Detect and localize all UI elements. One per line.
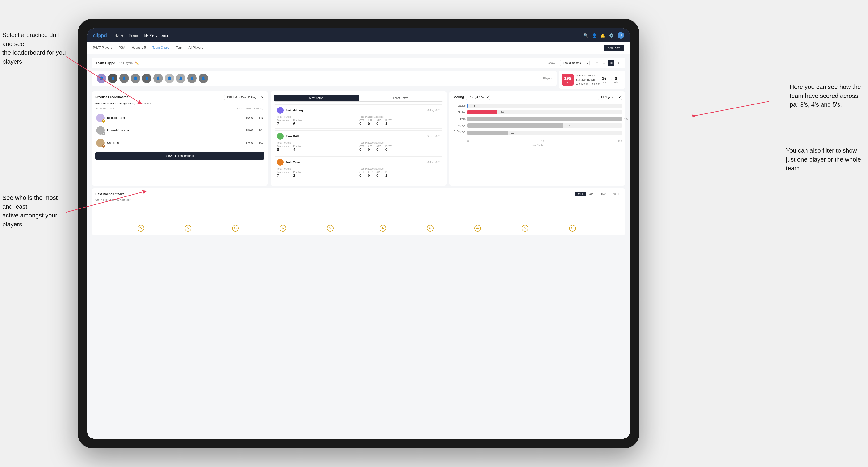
player-avatar-6[interactable]: 👤 — [153, 73, 163, 83]
sub-nav-pga[interactable]: PGA — [119, 46, 125, 50]
streak-circle-0: 7x — [137, 225, 144, 231]
activity-date-3: 26 Aug 2023 — [427, 161, 440, 163]
user-icon[interactable]: 👤 — [592, 33, 597, 38]
bar-row-dbogeys: D. Bogeys + 131 — [453, 130, 622, 135]
bar-row-birdies: Birdies 96 — [453, 110, 622, 115]
avatar[interactable]: U — [618, 32, 624, 39]
bar-fill-pars: 499 — [467, 117, 621, 121]
bar-label-pars: Pars — [453, 118, 466, 120]
list-view-icon[interactable]: ≡ — [615, 60, 621, 66]
shot-detail-panel: 198 SC Shot Dist: 16 yds Start Lie: Roug… — [559, 71, 625, 89]
ott-filter-btn[interactable]: OTT — [575, 192, 586, 196]
three-column-section: Practice Leaderboards PUTT Must Make Put… — [92, 91, 625, 186]
streak-point-5: 4x — [379, 225, 386, 231]
leaderboard-header: PLAYER NAME PB SCORE PB AVG SQ — [95, 107, 265, 110]
sub-nav-all-players[interactable]: All Players — [188, 46, 203, 50]
add-team-button[interactable]: Add Team — [604, 45, 624, 52]
card-view-icon[interactable]: ▦ — [608, 60, 614, 66]
search-icon[interactable]: 🔍 — [584, 33, 588, 38]
rank-avatar-1: 1 — [96, 114, 105, 122]
streaks-header: Best Round Streaks OTT APP ARG PUTT — [95, 192, 622, 196]
leaderboard-row-2[interactable]: 2 Edward Crossman 18/20 107 — [95, 124, 265, 137]
lb-avg-3: 103 — [255, 141, 264, 145]
bar-val-pars: 499 — [624, 118, 628, 120]
ott-col-1: OTT 0 — [360, 119, 364, 125]
app-logo: clippd — [93, 33, 107, 38]
practice-leaderboards-title: Practice Leaderboards — [95, 95, 128, 99]
arrow-icon: → — [609, 77, 612, 82]
streak-point-4: 5x — [327, 225, 334, 231]
activity-card-2: Rees Britt 02 Sep 2023 Total Rounds Tour… — [274, 130, 443, 154]
player-avatar-8[interactable]: 👤 — [176, 73, 185, 83]
player-avatar-3[interactable]: 👤 — [119, 73, 129, 83]
streak-point-2: 6x — [232, 225, 239, 231]
total-rounds-label-1: Total Rounds — [277, 116, 358, 118]
activity-tabs: Most Active Least Active — [274, 95, 443, 102]
scoring-player-filter[interactable]: All Players — [598, 95, 622, 100]
bar-row-pars: Pars 499 — [453, 117, 622, 121]
bar-label-eagles: Eagles — [453, 104, 466, 107]
player-name-lb-2: Edward Crossman — [107, 129, 241, 132]
nav-items: Home Teams My Performance — [115, 33, 584, 37]
total-shots-label: Total Shots — [453, 144, 622, 147]
arg-filter-btn[interactable]: ARG — [598, 192, 609, 196]
lb-avg-2: 107 — [255, 129, 264, 132]
activity-stats-1: Total Rounds Tournament 7 Practice 6 — [277, 116, 440, 126]
activity-card-1-header: Blair McHarg 26 Aug 2023 — [277, 107, 440, 114]
leaderboard-row-1[interactable]: 1 Richard Butler... 19/20 110 — [95, 112, 265, 124]
edit-icon[interactable]: ✏️ — [135, 61, 139, 65]
bar-fill-bogeys: 311 — [467, 123, 563, 128]
player-avatar-2[interactable]: 👤 — [108, 73, 118, 83]
streak-circle-6: 4x — [427, 225, 434, 231]
annotation-top-right: Here you can see how theteam have scored… — [790, 83, 861, 109]
bar-val-bogeys: 311 — [566, 124, 570, 127]
show-select[interactable]: Last 3 months — [560, 60, 590, 66]
activity-card-3: Josh Coles 26 Aug 2023 Total Rounds Tour… — [274, 156, 443, 181]
nav-home[interactable]: Home — [115, 33, 123, 37]
most-active-tab[interactable]: Most Active — [274, 95, 359, 101]
bar-row-eagles: Eagles 3 — [453, 103, 622, 108]
shot-dist-1: 16 yds — [602, 76, 607, 84]
player-avatar-5[interactable]: 👤 — [142, 73, 151, 83]
player-avatar-1[interactable]: 👤 — [97, 73, 106, 83]
leaderboard-row-3[interactable]: 3 Cameron... 17/20 103 — [95, 137, 265, 149]
player-avatar-10[interactable]: 👤 — [198, 73, 208, 83]
sub-nav-pgat[interactable]: PGAT Players — [93, 46, 112, 50]
practice-activities-label-1: Total Practice Activities — [360, 116, 440, 118]
activity-avatar-1 — [277, 107, 283, 114]
app-filter-btn[interactable]: APP — [587, 192, 597, 196]
scoring-header: Scoring Par 3, 4 & 5s All Players — [453, 95, 622, 100]
sub-nav-tour[interactable]: Tour — [176, 46, 182, 50]
putt-filter-btn[interactable]: PUTT — [610, 192, 622, 196]
table-view-icon[interactable]: ☰ — [601, 60, 607, 66]
player-avatar-9[interactable]: 👤 — [187, 73, 197, 83]
settings-icon[interactable]: ⚙️ — [609, 33, 614, 38]
bar-val-birdies: 96 — [501, 111, 503, 114]
nav-teams[interactable]: Teams — [129, 33, 138, 37]
start-lie: Start Lie: Rough — [576, 78, 599, 82]
practice-activities-section-2: Total Practice Activities OTT 0 APP 0 — [360, 142, 440, 152]
player-avatar-7[interactable]: 👤 — [165, 73, 174, 83]
tournament-col-1: Tournament 7 — [277, 119, 289, 126]
sub-nav-hcaps[interactable]: Hcaps 1-5 — [132, 46, 146, 50]
bell-icon[interactable]: 🔔 — [600, 33, 605, 38]
practice-leaderboards-header: Practice Leaderboards PUTT Must Make Put… — [95, 95, 265, 100]
sub-nav-team-clippd[interactable]: Team Clippd — [152, 46, 169, 50]
activity-panel: Most Active Least Active Blair McHarg 26… — [271, 91, 446, 186]
view-full-leaderboard-button[interactable]: View Full Leaderboard — [95, 152, 265, 160]
nav-my-performance[interactable]: My Performance — [144, 33, 168, 37]
grid-view-icon[interactable]: ⊞ — [594, 60, 600, 66]
drill-select[interactable]: PUTT Must Make Putting... — [224, 95, 265, 100]
bar-label-bogeys: Bogeys — [453, 124, 466, 127]
streak-circle-7: 4x — [474, 225, 481, 231]
scoring-filter-select[interactable]: Par 3, 4 & 5s — [466, 95, 490, 100]
bar-track-birdies: 96 — [467, 110, 622, 115]
sub-navigation: PGAT Players PGA Hcaps 1-5 Team Clippd T… — [87, 42, 630, 54]
bar-track-bogeys: 311 — [467, 123, 622, 128]
tablet-frame: clippd Home Teams My Performance 🔍 👤 🔔 ⚙… — [78, 19, 639, 448]
streak-point-8: 3x — [522, 225, 528, 231]
activity-date-2: 02 Sep 2023 — [427, 135, 440, 137]
streak-point-6: 4x — [427, 225, 434, 231]
player-avatar-4[interactable]: 👤 — [131, 73, 140, 83]
least-active-tab[interactable]: Least Active — [359, 95, 443, 101]
